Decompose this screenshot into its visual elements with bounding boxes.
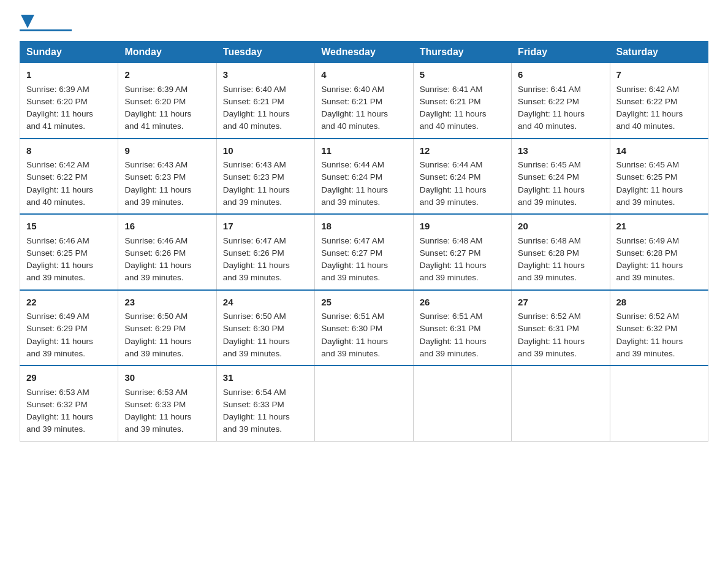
daylight-text: Daylight: 11 hours <box>26 412 93 421</box>
sunset-text: Sunset: 6:28 PM <box>518 248 579 258</box>
day-number: 8 <box>26 144 112 158</box>
sunset-text: Sunset: 6:25 PM <box>26 248 88 258</box>
sunrise-text: Sunrise: 6:43 AM <box>223 160 286 169</box>
daylight-text: Daylight: 11 hours <box>420 337 487 346</box>
daylight-text: Daylight: 11 hours <box>223 109 290 118</box>
cell-week3-day3: 18Sunrise: 6:47 AMSunset: 6:27 PMDayligh… <box>315 214 413 290</box>
day-number: 12 <box>420 144 505 158</box>
cell-week4-day4: 26Sunrise: 6:51 AMSunset: 6:31 PMDayligh… <box>413 290 511 366</box>
sunrise-text: Sunrise: 6:42 AM <box>26 160 89 169</box>
cell-week4-day0: 22Sunrise: 6:49 AMSunset: 6:29 PMDayligh… <box>20 290 118 366</box>
daylight-minutes-text: and 40 minutes. <box>223 121 282 131</box>
sunrise-text: Sunrise: 6:47 AM <box>223 236 286 245</box>
cell-week4-day2: 24Sunrise: 6:50 AMSunset: 6:30 PMDayligh… <box>216 290 314 366</box>
daylight-minutes-text: and 39 minutes. <box>26 273 85 282</box>
header-saturday: Saturday <box>610 42 708 63</box>
daylight-minutes-text: and 39 minutes. <box>616 349 675 358</box>
sunrise-text: Sunrise: 6:51 AM <box>420 312 483 321</box>
sunset-text: Sunset: 6:22 PM <box>616 97 678 106</box>
sunset-text: Sunset: 6:31 PM <box>420 324 481 333</box>
sunrise-text: Sunrise: 6:39 AM <box>26 85 89 94</box>
sunrise-text: Sunrise: 6:49 AM <box>26 312 89 321</box>
daylight-text: Daylight: 11 hours <box>616 337 683 346</box>
sunset-text: Sunset: 6:26 PM <box>223 248 284 258</box>
sunset-text: Sunset: 6:22 PM <box>518 97 579 106</box>
sunset-text: Sunset: 6:20 PM <box>26 97 88 106</box>
sunrise-text: Sunrise: 6:44 AM <box>420 160 483 169</box>
sunrise-text: Sunrise: 6:52 AM <box>616 312 680 321</box>
cell-week1-day4: 5Sunrise: 6:41 AMSunset: 6:21 PMDaylight… <box>413 63 511 139</box>
daylight-minutes-text: and 39 minutes. <box>616 273 675 282</box>
sunrise-text: Sunrise: 6:50 AM <box>124 312 188 321</box>
cell-week2-day1: 9Sunrise: 6:43 AMSunset: 6:23 PMDaylight… <box>118 139 216 215</box>
header-wednesday: Wednesday <box>315 42 413 63</box>
daylight-text: Daylight: 11 hours <box>223 337 290 346</box>
cell-week5-day3 <box>315 366 413 441</box>
daylight-minutes-text: and 39 minutes. <box>124 273 183 282</box>
cell-week5-day1: 30Sunrise: 6:53 AMSunset: 6:33 PMDayligh… <box>118 366 216 441</box>
week-row-5: 29Sunrise: 6:53 AMSunset: 6:32 PMDayligh… <box>20 366 708 441</box>
daylight-text: Daylight: 11 hours <box>420 185 487 194</box>
daylight-minutes-text: and 39 minutes. <box>124 424 183 434</box>
day-number: 15 <box>26 220 112 234</box>
daylight-text: Daylight: 11 hours <box>124 261 191 270</box>
sunset-text: Sunset: 6:23 PM <box>223 172 284 182</box>
sunrise-text: Sunrise: 6:51 AM <box>321 312 384 321</box>
day-number: 16 <box>124 220 210 234</box>
cell-week5-day5 <box>512 366 610 441</box>
cell-week4-day5: 27Sunrise: 6:52 AMSunset: 6:31 PMDayligh… <box>512 290 610 366</box>
day-number: 28 <box>616 296 702 310</box>
sunset-text: Sunset: 6:30 PM <box>223 324 284 333</box>
daylight-text: Daylight: 11 hours <box>616 109 683 118</box>
cell-week1-day1: 2Sunrise: 6:39 AMSunset: 6:20 PMDaylight… <box>118 63 216 139</box>
sunrise-text: Sunrise: 6:49 AM <box>616 236 680 245</box>
week-row-1: 1Sunrise: 6:39 AMSunset: 6:20 PMDaylight… <box>20 63 708 139</box>
daylight-minutes-text: and 39 minutes. <box>223 197 282 207</box>
daylight-minutes-text: and 40 minutes. <box>26 197 85 207</box>
header-sunday: Sunday <box>20 42 118 63</box>
cell-week2-day0: 8Sunrise: 6:42 AMSunset: 6:22 PMDaylight… <box>20 139 118 215</box>
daylight-minutes-text: and 39 minutes. <box>420 349 479 358</box>
cell-week2-day3: 11Sunrise: 6:44 AMSunset: 6:24 PMDayligh… <box>315 139 413 215</box>
cell-week5-day4 <box>413 366 511 441</box>
day-number: 26 <box>420 296 505 310</box>
day-number: 5 <box>420 68 505 82</box>
sunset-text: Sunset: 6:21 PM <box>223 97 284 106</box>
sunrise-text: Sunrise: 6:52 AM <box>518 312 581 321</box>
calendar-body: 1Sunrise: 6:39 AMSunset: 6:20 PMDaylight… <box>20 63 708 442</box>
cell-week1-day6: 7Sunrise: 6:42 AMSunset: 6:22 PMDaylight… <box>610 63 708 139</box>
cell-week2-day5: 13Sunrise: 6:45 AMSunset: 6:24 PMDayligh… <box>512 139 610 215</box>
daylight-text: Daylight: 11 hours <box>518 337 585 346</box>
day-number: 9 <box>124 144 210 158</box>
sunset-text: Sunset: 6:25 PM <box>616 172 678 182</box>
sunrise-text: Sunrise: 6:54 AM <box>223 388 286 397</box>
daylight-text: Daylight: 11 hours <box>616 185 683 194</box>
sunrise-text: Sunrise: 6:45 AM <box>616 160 680 169</box>
sunrise-text: Sunrise: 6:53 AM <box>124 388 188 397</box>
cell-week1-day0: 1Sunrise: 6:39 AMSunset: 6:20 PMDaylight… <box>20 63 118 139</box>
sunset-text: Sunset: 6:30 PM <box>321 324 382 333</box>
sunset-text: Sunset: 6:24 PM <box>321 172 382 182</box>
daylight-text: Daylight: 11 hours <box>616 261 683 270</box>
cell-week2-day2: 10Sunrise: 6:43 AMSunset: 6:23 PMDayligh… <box>216 139 314 215</box>
sunset-text: Sunset: 6:21 PM <box>321 97 382 106</box>
sunset-text: Sunset: 6:24 PM <box>518 172 579 182</box>
sunrise-text: Sunrise: 6:46 AM <box>26 236 89 245</box>
daylight-minutes-text: and 39 minutes. <box>518 273 577 282</box>
daylight-text: Daylight: 11 hours <box>518 261 585 270</box>
cell-week2-day6: 14Sunrise: 6:45 AMSunset: 6:25 PMDayligh… <box>610 139 708 215</box>
daylight-minutes-text: and 39 minutes. <box>321 197 380 207</box>
sunrise-text: Sunrise: 6:40 AM <box>321 85 384 94</box>
daylight-minutes-text: and 39 minutes. <box>223 273 282 282</box>
daylight-minutes-text: and 40 minutes. <box>616 121 675 131</box>
sunrise-text: Sunrise: 6:44 AM <box>321 160 384 169</box>
daylight-text: Daylight: 11 hours <box>26 337 93 346</box>
cell-week3-day6: 21Sunrise: 6:49 AMSunset: 6:28 PMDayligh… <box>610 214 708 290</box>
week-row-3: 15Sunrise: 6:46 AMSunset: 6:25 PMDayligh… <box>20 214 708 290</box>
day-number: 24 <box>223 296 308 310</box>
daylight-minutes-text: and 39 minutes. <box>518 197 577 207</box>
sunrise-text: Sunrise: 6:43 AM <box>124 160 188 169</box>
logo-divider <box>20 29 72 31</box>
cell-week5-day2: 31Sunrise: 6:54 AMSunset: 6:33 PMDayligh… <box>216 366 314 441</box>
header-friday: Friday <box>512 42 610 63</box>
